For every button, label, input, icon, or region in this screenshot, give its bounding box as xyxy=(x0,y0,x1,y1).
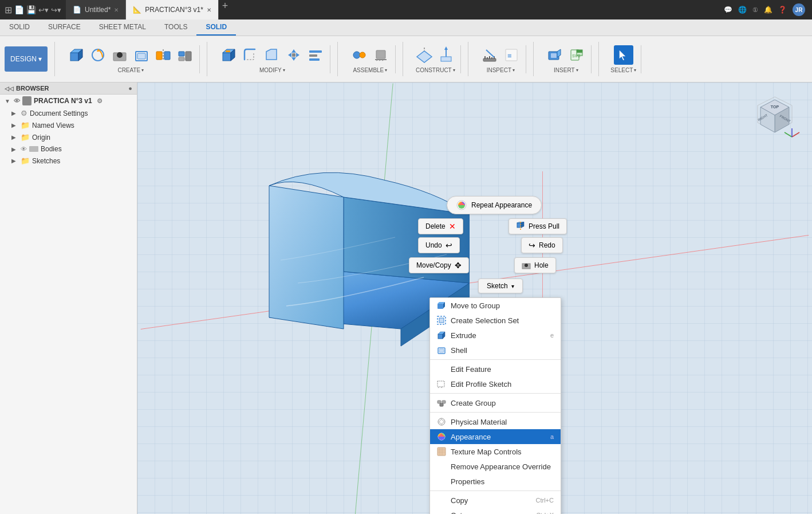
undo-button[interactable]: Undo ↩ xyxy=(418,237,460,253)
browser-options-icon[interactable]: ● xyxy=(128,85,132,92)
tab-solid[interactable]: SOLID xyxy=(0,19,39,36)
delete-button[interactable]: Delete ✕ xyxy=(418,218,463,234)
ctx-move-to-group[interactable]: Move to Group xyxy=(430,298,561,313)
sketch-dropdown[interactable]: Sketch ▾ xyxy=(478,278,523,293)
ctx-copy[interactable]: Copy Ctrl+C xyxy=(430,493,561,508)
create-label[interactable]: CREATE ▾ xyxy=(117,67,144,73)
modify-press-icon[interactable] xyxy=(219,45,238,65)
help-icon[interactable]: ❓ xyxy=(778,6,787,14)
3d-shape[interactable] xyxy=(252,168,452,340)
tab-surface[interactable]: SURFACE xyxy=(39,19,90,36)
doc-expand-icon[interactable]: ▶ xyxy=(11,110,18,116)
browser-item-root[interactable]: ▼ 👁 PRACTICA N°3 v1 ⚙ xyxy=(0,95,137,107)
bell-icon[interactable]: 🔔 xyxy=(764,6,772,14)
create-extrude-icon[interactable] xyxy=(66,45,86,65)
toolbar-separator-4 xyxy=(403,42,403,76)
insert-decal-icon[interactable] xyxy=(545,45,565,65)
practica-tab-close[interactable]: ✕ xyxy=(207,7,211,13)
file-icon[interactable]: 📄 xyxy=(14,5,24,14)
browser-item-named-views[interactable]: ▶ 📁 Named Views xyxy=(0,119,137,131)
design-button[interactable]: DESIGN ▾ xyxy=(5,46,48,72)
ctx-texture-map[interactable]: Texture Map Controls xyxy=(430,444,561,459)
construct-plane-icon[interactable] xyxy=(415,45,434,65)
insert-label[interactable]: INSERT ▾ xyxy=(554,67,578,73)
redo-button[interactable]: ↪ Redo xyxy=(521,237,563,253)
ctx-shell[interactable]: Shell xyxy=(430,343,561,358)
create-revolve-icon[interactable] xyxy=(88,45,108,65)
ctx-cut[interactable]: Cut Ctrl+X xyxy=(430,508,561,514)
create-mirror-icon[interactable] xyxy=(153,45,173,65)
construct-axis-icon[interactable] xyxy=(436,45,456,65)
save-icon[interactable]: 💾 xyxy=(26,5,36,14)
ctx-extrude[interactable]: Extrude e xyxy=(430,328,561,343)
construct-group: CONSTRUCT ▾ xyxy=(410,45,461,73)
origin-expand-icon[interactable]: ▶ xyxy=(11,134,18,140)
ctx-properties[interactable]: Properties xyxy=(430,474,561,489)
select-label[interactable]: SELECT ▾ xyxy=(610,67,636,73)
globe-icon[interactable]: 🌐 xyxy=(738,6,747,14)
browser-item-doc-settings[interactable]: ▶ ⚙ Document Settings xyxy=(0,107,137,119)
assemble-ground-icon[interactable] xyxy=(371,45,391,65)
select-cursor-icon[interactable] xyxy=(614,45,633,65)
ctx-physical-material[interactable]: Physical Material xyxy=(430,414,561,429)
modify-move-icon[interactable] xyxy=(284,45,303,65)
namedviews-label: Named Views xyxy=(32,121,74,130)
viewport[interactable]: Repeat Appearance Delete ✕ Press Pull Un… xyxy=(137,83,812,514)
root-expand-icon[interactable]: ▼ xyxy=(5,98,11,104)
root-settings-icon[interactable]: ⚙ xyxy=(97,97,103,105)
browser-item-sketches[interactable]: ▶ 📁 Sketches xyxy=(0,155,137,167)
tab-practica[interactable]: 📐 PRACTICAN°3 v1* ✕ xyxy=(126,0,219,19)
ctx-create-selection-set[interactable]: Create Selection Set xyxy=(430,313,561,328)
ctx-appearance[interactable]: Appearance a xyxy=(430,429,561,444)
repeat-appearance-button[interactable]: Repeat Appearance xyxy=(447,196,542,214)
ctx-sep-4 xyxy=(430,491,561,491)
undo-toolbar-icon[interactable]: ↩▾ xyxy=(38,6,49,14)
create-shell-icon[interactable] xyxy=(132,45,151,65)
modify-fillet-icon[interactable] xyxy=(241,45,260,65)
insert-svg-icon[interactable]: SVG xyxy=(567,45,586,65)
construct-label[interactable]: CONSTRUCT ▾ xyxy=(416,67,455,73)
user-avatar[interactable]: JR xyxy=(793,3,805,16)
modify-align-icon[interactable] xyxy=(306,45,325,65)
ctx-edit-feature[interactable]: Edit Feature xyxy=(430,362,561,376)
browser-collapse-icon[interactable]: ◁◁ xyxy=(5,85,14,92)
create-more-icon[interactable] xyxy=(175,45,195,65)
tab-solid-active[interactable]: SOLID xyxy=(196,19,236,36)
bodies-expand-icon[interactable]: ▶ xyxy=(11,146,18,152)
browser-panel: ◁◁ BROWSER ● ▼ 👁 PRACTICA N°3 v1 ⚙ ▶ ⚙ D… xyxy=(0,83,137,514)
add-tab-button[interactable]: + xyxy=(219,0,232,19)
create-hole-icon[interactable] xyxy=(110,45,129,65)
root-eye-icon[interactable]: 👁 xyxy=(14,97,20,104)
move-copy-button[interactable]: Move/Copy ✥ xyxy=(409,257,469,273)
ctx-create-group[interactable]: Create Group xyxy=(430,395,561,410)
ctx-edit-profile-sketch[interactable]: Edit Profile Sketch xyxy=(430,376,561,391)
ctx-remove-appearance[interactable]: Remove Appearance Override xyxy=(430,459,561,474)
sketches-expand-icon[interactable]: ▶ xyxy=(11,158,18,164)
toolbar-separator-6 xyxy=(533,42,534,76)
inspect-measure-icon[interactable] xyxy=(480,45,499,65)
move-copy-icon: ✥ xyxy=(455,261,462,270)
namedviews-expand-icon[interactable]: ▶ xyxy=(11,122,18,128)
inspect-label[interactable]: INSPECT ▾ xyxy=(487,67,515,73)
browser-item-bodies[interactable]: ▶ 👁 Bodies xyxy=(0,143,137,155)
modify-label[interactable]: MODIFY ▾ xyxy=(259,67,285,73)
tab-tools[interactable]: TOOLS xyxy=(155,19,196,36)
tab-untitled[interactable]: 📄 Untitled* ✕ xyxy=(66,0,126,19)
modify-chamfer-icon[interactable] xyxy=(262,45,282,65)
browser-item-origin[interactable]: ▶ 📁 Origin xyxy=(0,131,137,143)
hole-button[interactable]: Hole xyxy=(514,257,556,273)
view-cube[interactable]: TOP FRONT RIGHT Z xyxy=(749,91,801,143)
count-icon[interactable]: ① xyxy=(752,6,758,14)
press-pull-button[interactable]: Press Pull xyxy=(509,218,567,234)
app-grid-icon[interactable]: ⊞ xyxy=(5,5,12,15)
bodies-eye-icon[interactable]: 👁 xyxy=(21,146,27,152)
bodies-icon xyxy=(29,146,38,152)
chat-icon[interactable]: 💬 xyxy=(724,6,732,14)
assemble-label[interactable]: ASSEMBLE ▾ xyxy=(353,67,387,73)
tab-sheet-metal[interactable]: SHEET METAL xyxy=(90,19,155,36)
untitled-tab-close[interactable]: ✕ xyxy=(114,7,119,13)
inspect-analysis-icon[interactable]: ≡ xyxy=(502,45,521,65)
assemble-joint-icon[interactable] xyxy=(349,45,369,65)
redo-toolbar-icon[interactable]: ↪▾ xyxy=(51,6,61,14)
svg-point-5 xyxy=(117,52,123,58)
